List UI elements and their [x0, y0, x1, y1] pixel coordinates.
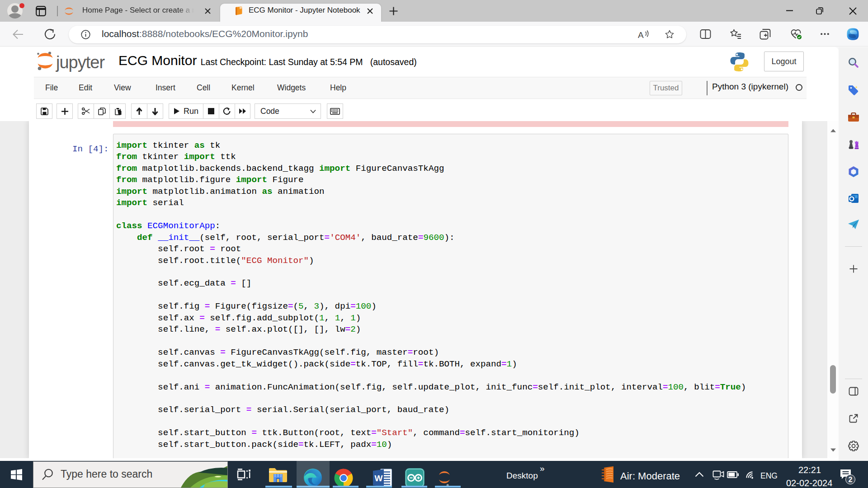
svg-text:jupyter: jupyter	[56, 53, 105, 72]
svg-text:A: A	[638, 30, 644, 40]
svg-text:W: W	[375, 474, 383, 483]
